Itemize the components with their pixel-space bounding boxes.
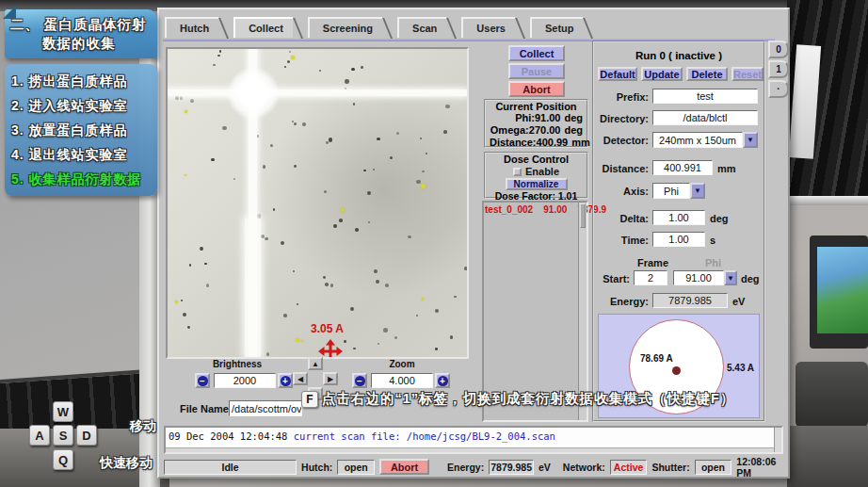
- pan-right-button[interactable]: ▶: [323, 372, 338, 385]
- run-distance-input[interactable]: 400.991: [652, 160, 713, 175]
- start-angle-input[interactable]: 91.00: [673, 270, 724, 285]
- detector-dropdown-icon[interactable]: ▼: [743, 132, 758, 148]
- beam-vertical-streak-lower: [245, 219, 261, 357]
- screen: Hutch Collect Screening Scan Users Setup…: [0, 0, 868, 487]
- reset-button[interactable]: Reset: [731, 67, 764, 81]
- start-unit: deg: [741, 273, 760, 284]
- status-energy-field: 7879.985: [489, 460, 534, 475]
- tab-screening[interactable]: Screening: [308, 17, 382, 38]
- distance-unit: mm: [568, 137, 590, 149]
- axis-select[interactable]: Phi: [652, 183, 690, 199]
- time-label: Time:: [594, 235, 649, 246]
- a-keycap-icon: A: [29, 425, 50, 446]
- network-label: Network:: [563, 462, 605, 473]
- tab-setup[interactable]: Setup: [530, 17, 584, 38]
- phi-row: Phi: 91.00 deg: [486, 112, 587, 124]
- zoom-plus-button[interactable]: +: [435, 373, 450, 388]
- status-energy-unit: eV: [538, 462, 551, 473]
- status-abort-button[interactable]: Abort: [379, 459, 429, 475]
- zoom-minus-button[interactable]: −: [352, 373, 367, 388]
- tutorial-steps-box: 1. 捞出蛋白质样品 2. 进入线站实验室 3. 放置蛋白质样品 4. 退出线站…: [5, 64, 157, 196]
- tab-hutch[interactable]: Hutch: [165, 17, 218, 38]
- tab-users[interactable]: Users: [461, 17, 515, 38]
- f-keycap-icon: F: [301, 391, 318, 408]
- file-name-input[interactable]: /data/scottm/ov: [229, 400, 302, 416]
- log-vscrollbar[interactable]: [774, 428, 781, 452]
- dose-control-group: Dose Control Enable Normalize Dose Facto…: [484, 152, 588, 199]
- plus-icon: +: [438, 376, 448, 386]
- pause-button[interactable]: Pause: [508, 63, 565, 79]
- dose-enable-checkbox[interactable]: [513, 168, 522, 176]
- pan-left-button[interactable]: ◀: [293, 372, 308, 385]
- beam-horizontal-streak: [168, 89, 467, 96]
- delta-input[interactable]: 1.00: [652, 210, 705, 225]
- run-tab-new[interactable]: ·: [768, 80, 789, 98]
- zoom-input[interactable]: 4.000: [371, 373, 433, 388]
- axis-label: Axis:: [594, 186, 649, 197]
- d-keycap-icon: D: [76, 425, 97, 446]
- system-state-field: Idle: [164, 460, 297, 475]
- beam-center-dot: [672, 366, 681, 375]
- tutorial-hint-text: 点击右边的“1”标签，切换到成套衍射数据收集模式（快捷键F）: [322, 390, 734, 408]
- time-input[interactable]: 1.00: [652, 232, 705, 247]
- abort-button[interactable]: Abort: [508, 81, 565, 97]
- frame-list-scrollbar[interactable]: [578, 203, 587, 420]
- clock-text: 12:08:06 PM: [736, 456, 783, 479]
- center-resolution-text: 78.69 A: [640, 353, 673, 364]
- run-panel: Run 0 ( inactive ) Default Update Delete…: [592, 41, 765, 422]
- distance-value: 400.99: [537, 137, 569, 149]
- collected-frames-list[interactable]: test_0_002 91.00 7879.9: [482, 201, 588, 422]
- move-hint-label: 移动: [130, 418, 156, 435]
- frame-list-item[interactable]: test_0_002 91.00 7879.9: [484, 203, 587, 217]
- shutter-state-field: open: [695, 460, 732, 475]
- normalize-button[interactable]: Normalize: [506, 178, 568, 190]
- tutorial-hint: F 点击右边的“1”标签，切换到成套衍射数据收集模式（快捷键F）: [301, 390, 734, 408]
- directory-input[interactable]: /data/blctl: [652, 110, 758, 125]
- start-label: Start:: [594, 273, 630, 284]
- delta-unit: deg: [710, 213, 729, 224]
- omega-value: 270.00: [529, 124, 561, 137]
- run-tab-0[interactable]: 0: [768, 41, 789, 58]
- omega-row: Omega: 270.00 deg: [486, 124, 587, 137]
- diffraction-image[interactable]: 3.05 A: [166, 47, 469, 359]
- detector-select[interactable]: 240mm x 150um: [652, 132, 743, 148]
- brightness-minus-button[interactable]: −: [195, 373, 210, 388]
- distance-label: Distance:: [490, 137, 537, 149]
- start-frame-input[interactable]: 2: [634, 270, 667, 285]
- tab-scan[interactable]: Scan: [397, 17, 446, 38]
- brightness-plus-button[interactable]: +: [278, 373, 293, 388]
- tutorial-title-box: 二、 蛋白质晶体衍射 数据的收集: [5, 9, 157, 58]
- brightness-input[interactable]: 2000: [214, 373, 276, 388]
- run-distance-unit: mm: [717, 163, 736, 174]
- file-name-label: File Name: [180, 403, 229, 414]
- tab-collect[interactable]: Collect: [233, 17, 293, 38]
- resolution-cursor-label: 3.05 A: [311, 322, 344, 335]
- delete-button[interactable]: Delete: [686, 67, 728, 81]
- directory-label: Directory:: [594, 113, 649, 124]
- background-shelf-board: [787, 196, 868, 205]
- background-printer: [796, 362, 868, 428]
- network-state-field: Active: [610, 460, 648, 475]
- minus-icon: −: [198, 376, 208, 386]
- pan-up-button[interactable]: ▲: [308, 357, 323, 370]
- run-title: Run 0 ( inactive ): [594, 50, 764, 61]
- fast-move-hint-label: 快速移动: [100, 455, 153, 472]
- scrollbar-thumb[interactable]: [580, 203, 586, 228]
- prefix-input[interactable]: test: [652, 89, 758, 104]
- default-button[interactable]: Default: [598, 67, 637, 81]
- w-keycap-icon: W: [53, 401, 73, 422]
- s-keycap-icon: S: [53, 425, 73, 446]
- phi-column-header: Phi: [705, 257, 721, 268]
- run-energy-label: Energy:: [594, 296, 649, 307]
- collect-button[interactable]: Collect: [508, 45, 565, 61]
- bluice-window: Hutch Collect Screening Scan Users Setup…: [157, 8, 790, 479]
- background-monitor-screen: [817, 247, 868, 333]
- axis-dropdown-icon[interactable]: ▼: [690, 183, 705, 199]
- log-hscrollbar[interactable]: [166, 447, 774, 452]
- update-button[interactable]: Update: [641, 67, 683, 81]
- log-area[interactable]: 09 Dec 2004 12:04:48 current scan file: …: [164, 426, 783, 454]
- tutorial-step-2: 2. 进入线站实验室: [11, 93, 153, 118]
- omega-unit: deg: [560, 124, 583, 137]
- run-tab-1[interactable]: 1: [768, 60, 789, 78]
- start-angle-dropdown-icon[interactable]: ▼: [724, 270, 737, 285]
